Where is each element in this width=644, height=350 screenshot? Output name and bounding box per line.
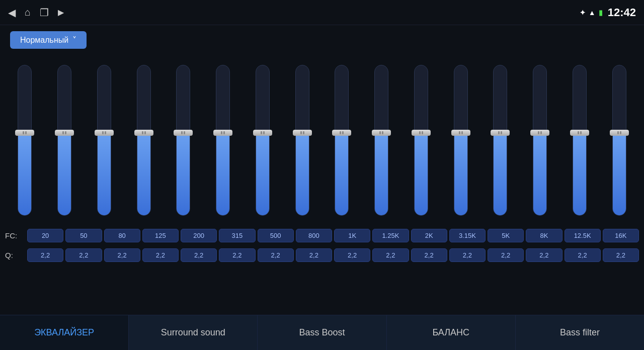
slider-fill-3.15K (454, 133, 467, 215)
slider-fill-315 (216, 133, 229, 215)
slider-fill-16K (613, 133, 626, 215)
slider-handle-3.15K[interactable] (451, 130, 470, 136)
tab-surround-sound[interactable]: Surround sound (129, 315, 258, 350)
slider-handle-2K[interactable] (412, 130, 431, 136)
fc-btn-20[interactable]: 20 (27, 229, 63, 242)
slider-track-2K (414, 65, 428, 216)
fc-btn-8K[interactable]: 8K (526, 229, 562, 242)
slider-handle-800[interactable] (293, 130, 312, 136)
preset-label: Нормальный (20, 36, 68, 45)
slider-track-500 (256, 65, 270, 216)
q-btn-2K[interactable]: 2,2 (411, 248, 447, 262)
q-btn-80[interactable]: 2,2 (104, 248, 140, 262)
slider-handle-1.25K[interactable] (372, 130, 391, 136)
q-btn-3.15K[interactable]: 2,2 (449, 248, 486, 262)
slider-125[interactable] (129, 65, 159, 226)
slider-handle-315[interactable] (213, 130, 232, 136)
slider-track-20 (18, 65, 32, 216)
slider-5K[interactable] (485, 65, 515, 226)
clock: 12:42 (608, 6, 636, 19)
fc-btn-125[interactable]: 125 (142, 229, 179, 242)
home-button[interactable]: ⌂ (25, 7, 31, 18)
q-btn-50[interactable]: 2,2 (65, 248, 102, 262)
slider-50[interactable] (49, 65, 79, 226)
q-btn-315[interactable]: 2,2 (219, 248, 255, 262)
slider-1.25K[interactable] (366, 65, 396, 226)
slider-handle-125[interactable] (134, 130, 153, 136)
q-btn-8K[interactable]: 2,2 (526, 248, 562, 262)
slider-80[interactable] (89, 65, 119, 226)
back-button[interactable]: ◀ (8, 7, 16, 19)
tab-bass-filter[interactable]: Bass filter (516, 315, 644, 350)
slider-1K[interactable] (327, 65, 357, 226)
media-button[interactable]: ▶ (58, 8, 64, 17)
q-btn-16K[interactable]: 2,2 (603, 248, 639, 262)
slider-handle-500[interactable] (253, 130, 272, 136)
q-btn-12.5K[interactable]: 2,2 (565, 248, 601, 262)
slider-500[interactable] (248, 65, 278, 226)
slider-800[interactable] (287, 65, 317, 226)
slider-fill-50 (58, 133, 71, 215)
q-btn-200[interactable]: 2,2 (181, 248, 217, 262)
slider-track-800 (295, 65, 309, 216)
slider-track-125 (137, 65, 151, 216)
fc-btn-200[interactable]: 200 (181, 229, 217, 242)
tab-баланс[interactable]: БАЛАНС (387, 315, 516, 350)
nav-buttons: ◀ ⌂ ❐ ▶ (8, 7, 64, 19)
q-btn-20[interactable]: 2,2 (27, 248, 63, 262)
fc-btn-5K[interactable]: 5K (488, 229, 524, 242)
tab-bar: ЭКВАЛАЙЗЕРSurround soundBass BoostБАЛАНС… (0, 315, 644, 350)
slider-12.5K[interactable] (565, 65, 595, 226)
q-btn-5K[interactable]: 2,2 (488, 248, 524, 262)
slider-fill-12.5K (573, 133, 586, 215)
slider-fill-1K (335, 133, 348, 215)
fc-btn-50[interactable]: 50 (65, 229, 102, 242)
q-btn-1.25K[interactable]: 2,2 (372, 248, 409, 262)
slider-handle-12.5K[interactable] (570, 130, 589, 136)
slider-handle-80[interactable] (95, 130, 114, 136)
fc-btn-12.5K[interactable]: 12.5K (565, 229, 601, 242)
fc-btn-500[interactable]: 500 (258, 229, 294, 242)
tab-эквалайзер[interactable]: ЭКВАЛАЙЗЕР (0, 315, 129, 350)
slider-8K[interactable] (525, 65, 555, 226)
slider-handle-16K[interactable] (610, 130, 629, 136)
slider-handle-20[interactable] (15, 130, 34, 136)
slider-handle-1K[interactable] (332, 130, 351, 136)
slider-3.15K[interactable] (446, 65, 476, 226)
slider-handle-50[interactable] (55, 130, 74, 136)
slider-16K[interactable] (604, 65, 634, 226)
fc-btn-1K[interactable]: 1K (334, 229, 370, 242)
slider-2K[interactable] (406, 65, 436, 226)
slider-track-80 (97, 65, 111, 216)
slider-200[interactable] (168, 65, 198, 226)
fc-btn-16K[interactable]: 16K (603, 229, 639, 242)
q-btn-1K[interactable]: 2,2 (334, 248, 370, 262)
slider-track-3.15K (454, 65, 468, 216)
q-btn-125[interactable]: 2,2 (142, 248, 179, 262)
q-row: Q: 2,22,22,22,22,22,22,22,22,22,22,22,22… (0, 245, 644, 265)
window-button[interactable]: ❐ (40, 7, 49, 19)
fc-btn-1.25K[interactable]: 1.25K (372, 229, 409, 242)
q-buttons: 2,22,22,22,22,22,22,22,22,22,22,22,22,22… (27, 248, 639, 262)
fc-btn-800[interactable]: 800 (296, 229, 332, 242)
slider-fill-125 (137, 133, 150, 215)
slider-20[interactable] (10, 65, 40, 226)
q-btn-800[interactable]: 2,2 (296, 248, 332, 262)
slider-315[interactable] (208, 65, 238, 226)
slider-track-1K (335, 65, 349, 216)
slider-track-200 (176, 65, 190, 216)
bluetooth-icon: ✦ (580, 9, 586, 17)
fc-btn-315[interactable]: 315 (219, 229, 255, 242)
tab-bass-boost[interactable]: Bass Boost (258, 315, 386, 350)
fc-btn-3.15K[interactable]: 3.15K (449, 229, 486, 242)
slider-fill-2K (415, 133, 428, 215)
fc-btn-2K[interactable]: 2K (411, 229, 447, 242)
slider-track-8K (533, 65, 547, 216)
preset-button[interactable]: Нормальный ˅ (10, 31, 87, 49)
slider-handle-5K[interactable] (491, 130, 510, 136)
q-btn-500[interactable]: 2,2 (258, 248, 294, 262)
top-controls: Нормальный ˅ (0, 25, 644, 55)
fc-btn-80[interactable]: 80 (104, 229, 140, 242)
slider-handle-8K[interactable] (530, 130, 549, 136)
slider-handle-200[interactable] (174, 130, 193, 136)
